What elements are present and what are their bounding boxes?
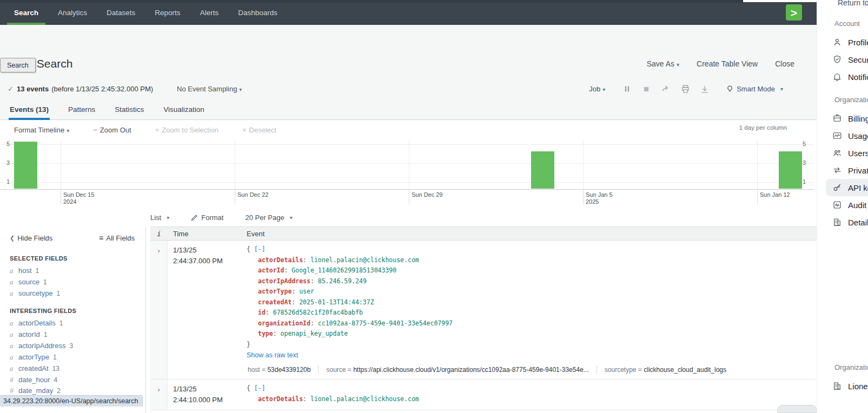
nav-item-reports[interactable]: Reports [148, 0, 187, 25]
tab-patterns[interactable]: Patterns [67, 99, 96, 119]
json-key[interactable]: id [258, 309, 266, 316]
timeline-bar-2[interactable] [531, 151, 554, 189]
json-value[interactable]: lionel.palacin@clickhouse.com [310, 256, 419, 264]
json-key[interactable]: actorId [258, 267, 284, 274]
field-createdAt[interactable]: acreatedAt13 [0, 363, 145, 374]
field-date_mday[interactable]: #date_mday2 [0, 385, 145, 396]
json-key[interactable]: type [258, 330, 273, 337]
timeline-plot-area[interactable] [0, 139, 814, 189]
field-sourcetype[interactable]: asourcetype1 [0, 288, 145, 299]
meta-field-sourcetype[interactable]: sourcetype = clickhouse_cloud_audit_logs [597, 366, 734, 374]
panel-item-label: Users [848, 149, 868, 158]
panel-item-profile[interactable]: Profile [826, 34, 868, 51]
stop-button[interactable] [638, 83, 654, 95]
meta-equals: = [637, 366, 644, 374]
show-raw-text-link[interactable]: Show as raw text [247, 351, 298, 359]
field-actorType[interactable]: aactorType1 [0, 351, 145, 363]
per-page-dropdown[interactable]: 20 Per Page▾ [245, 214, 292, 222]
nav-item-datasets[interactable]: Datasets [100, 0, 142, 25]
tab-statistics[interactable]: Statistics [114, 99, 145, 119]
panel-item-users[interactable]: Users [826, 144, 868, 162]
format-results-button[interactable]: Format [191, 214, 223, 222]
field-actorDetails[interactable]: aactorDetails1 [0, 317, 145, 329]
panel-item-lionel[interactable]: Lionel [826, 377, 868, 395]
private-icon [832, 165, 842, 175]
json-value[interactable]: user [299, 288, 314, 295]
expand-event-icon[interactable]: › [158, 386, 160, 394]
timeline-bar-3[interactable] [779, 151, 802, 189]
splunk-logo-icon[interactable]: > [786, 4, 802, 21]
json-key[interactable]: actorDetails [258, 256, 303, 264]
pause-button[interactable] [619, 83, 635, 95]
return-link[interactable]: Return to [838, 0, 868, 7]
open-brace: { [247, 384, 254, 392]
panel-item-label: Notifications [848, 72, 868, 82]
list-view-dropdown[interactable]: List▾ [150, 214, 169, 222]
timeline-bar-1[interactable] [14, 142, 37, 189]
user-icon [832, 37, 842, 47]
field-actorId[interactable]: aactorId1 [0, 329, 145, 340]
json-value[interactable]: Google_114602629918513043390 [291, 267, 396, 274]
json-key[interactable]: organizationId [258, 319, 310, 327]
collapse-json-link[interactable]: [-] [254, 384, 266, 392]
collapse-json-link[interactable]: [-] [254, 245, 266, 253]
panel-item-audit[interactable]: Audit [826, 196, 868, 214]
panel-item-details[interactable]: Details [826, 214, 868, 231]
print-button[interactable] [677, 83, 693, 95]
column-time: Time [168, 230, 241, 238]
panel-item-api-keys[interactable]: API keys [826, 179, 868, 196]
json-key[interactable]: actorDetails [258, 395, 303, 403]
job-dropdown[interactable]: Job▾ [589, 85, 605, 93]
search-mode-dropdown[interactable]: Smart Mode ▾ [726, 85, 783, 93]
result-tabs: Events (13)PatternsStatisticsVisualizati… [0, 99, 817, 120]
field-name: date_hour [18, 376, 50, 384]
share-button[interactable] [658, 83, 674, 95]
nav-item-dashboards[interactable]: Dashboards [231, 0, 284, 25]
building-icon [832, 217, 842, 227]
field-actorIpAddress[interactable]: aactorIpAddress3 [0, 340, 145, 351]
panel-item-security[interactable]: Security [826, 51, 868, 68]
tab-events-13-[interactable]: Events (13) [9, 99, 50, 119]
format-timeline-dropdown[interactable]: Format Timeline▾ [14, 126, 69, 134]
panel-item-private[interactable]: Private [826, 162, 868, 179]
meta-field-host[interactable]: host = 53de4339120b [247, 366, 318, 374]
json-value[interactable]: 678526d582c1f20fac4babfb [273, 309, 363, 316]
search-header: New Search Search Save As▾Create Table V… [0, 25, 817, 78]
zoom-out-button[interactable]: −Zoom Out [93, 126, 131, 134]
expand-event-icon[interactable]: › [158, 247, 160, 255]
event-json: { [-]actorDetails: lionel.palacin@clickh… [247, 383, 817, 404]
json-key[interactable]: createdAt [258, 298, 291, 306]
field-host[interactable]: ahost1 [0, 265, 145, 276]
tab-visualization[interactable]: Visualization [162, 99, 206, 119]
nav-item-analytics[interactable]: Analytics [51, 0, 94, 25]
panel-section-title: Organization [817, 96, 868, 104]
field-source[interactable]: asource1 [0, 276, 145, 288]
export-button[interactable] [697, 83, 713, 95]
deselect-button[interactable]: ×Deselect [242, 126, 276, 134]
json-value[interactable]: cc1092aa-8775-459e-9401-33e54ec07997 [318, 319, 453, 327]
json-value[interactable]: 2025-01-13T14:44:37Z [299, 298, 374, 306]
json-value[interactable]: lionel.palacin@clickhouse.com [310, 395, 419, 403]
event-sampling-dropdown[interactable]: No Event Sampling▾ [177, 85, 242, 93]
nav-item-search[interactable]: Search [7, 0, 45, 25]
all-fields-button[interactable]: ≡All Fields [99, 234, 135, 242]
json-value[interactable]: 85.246.59.249 [318, 277, 367, 285]
close-button[interactable]: Close [775, 59, 794, 68]
zoom-to-selection-button[interactable]: +Zoom to Selection [155, 126, 218, 134]
field-date_hour[interactable]: #date_hour4 [0, 374, 145, 385]
hide-fields-button[interactable]: ❮Hide Fields [10, 234, 52, 242]
json-key[interactable]: actorIpAddress [258, 277, 310, 285]
panel-item-usage[interactable]: Usage [826, 127, 868, 144]
xtick-week-0 [61, 189, 61, 204]
json-key[interactable]: actorType [258, 288, 291, 295]
panel-item-billing[interactable]: Billing [826, 110, 868, 127]
save-as-button[interactable]: Save As▾ [647, 59, 679, 68]
create-table-view-button[interactable]: Create Table View [697, 59, 758, 68]
meta-field-source[interactable]: source = https://api.clickhouse.cloud/v1… [318, 366, 596, 374]
app-navbar: SearchAnalyticsDatasetsReportsAlertsDash… [0, 0, 817, 25]
event-time-cell: 1/13/252:44:37.000 PM [168, 241, 241, 379]
nav-item-alerts[interactable]: Alerts [193, 0, 226, 25]
panel-item-notifications[interactable]: Notifications [826, 68, 868, 85]
event-date: 1/13/25 [173, 245, 241, 256]
json-value[interactable]: openapi_key_update [281, 330, 348, 337]
